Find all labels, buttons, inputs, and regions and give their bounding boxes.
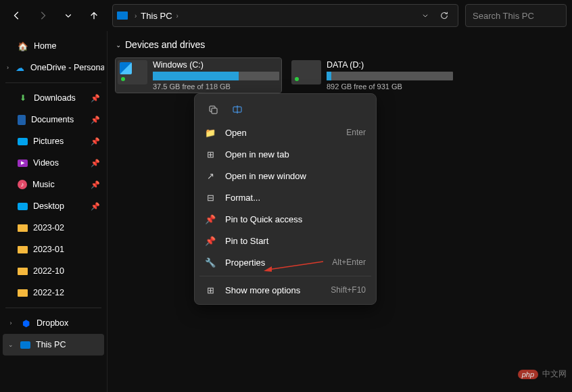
pin-start-icon: 📌: [205, 236, 216, 246]
sidebar: 🏠Home ›☁OneDrive - Personal Downloads📌 D…: [0, 31, 107, 392]
sidebar-item-desktop[interactable]: Desktop📌: [3, 195, 104, 217]
chevron-down-icon: ⌄: [116, 41, 121, 49]
sidebar-item-label: 2022-10: [33, 266, 64, 276]
sidebar-item-music[interactable]: Music📌: [3, 174, 104, 195]
context-menu-item[interactable]: ⊟ Format...: [198, 187, 373, 208]
folder-open-icon: 📁: [205, 128, 216, 138]
sidebar-item-folder[interactable]: 2023-02: [3, 217, 104, 239]
recent-dropdown[interactable]: [57, 4, 80, 27]
sidebar-item-pictures[interactable]: Pictures📌: [3, 130, 104, 152]
pin-icon: 📌: [91, 202, 100, 211]
drive-bar: [327, 72, 453, 80]
sidebar-item-label: Dropbox: [37, 318, 68, 328]
pictures-icon: [18, 138, 28, 145]
context-menu-label: Properties: [225, 258, 323, 268]
drive-free: 37.5 GB free of 118 GB: [153, 82, 279, 91]
drive-bar: [153, 72, 279, 80]
pin-icon: 📌: [91, 180, 100, 189]
group-header-devices[interactable]: ⌄Devices and drives: [110, 36, 572, 53]
sidebar-separator: [5, 308, 101, 308]
context-menu-toolbar: [198, 97, 373, 122]
chevron-right-icon[interactable]: ›: [7, 320, 15, 326]
sidebar-item-videos[interactable]: Videos📌: [3, 152, 104, 174]
context-menu-item[interactable]: 📁 Open Enter: [198, 122, 373, 143]
more-icon: ⊞: [205, 285, 216, 295]
address-bar[interactable]: › This PC ›: [112, 4, 458, 27]
addr-dropdown[interactable]: [416, 12, 435, 19]
context-menu-label: Format...: [225, 193, 366, 203]
sidebar-item-label: Downloads: [34, 93, 76, 103]
pc-icon: [20, 341, 30, 349]
drive-name: DATA (D:): [327, 60, 453, 70]
sidebar-item-label: Documents: [31, 115, 74, 124]
context-menu-item[interactable]: 📌 Pin to Start: [198, 230, 373, 251]
context-menu-item[interactable]: ⊞ Open in new tab: [198, 143, 373, 165]
sidebar-item-downloads[interactable]: Downloads📌: [3, 87, 104, 109]
sidebar-item-label: This PC: [36, 340, 66, 349]
sidebar-item-onedrive[interactable]: ›☁OneDrive - Personal: [3, 57, 104, 78]
chevron-right-icon[interactable]: ›: [7, 64, 9, 71]
drive-icon: [291, 60, 321, 84]
sidebar-item-label: Videos: [33, 158, 59, 168]
drive-name: Windows (C:): [153, 60, 279, 70]
forward-button[interactable]: [31, 4, 54, 27]
sidebar-item-folder[interactable]: 2022-10: [3, 260, 104, 282]
chevron-down-icon[interactable]: ⌄: [7, 341, 15, 348]
context-menu-item[interactable]: 📌 Pin to Quick access: [198, 208, 373, 230]
new-tab-icon: ⊞: [205, 149, 216, 160]
context-menu-label: Open: [225, 128, 337, 138]
pin-icon: 📌: [205, 214, 216, 224]
sidebar-item-label: Music: [32, 180, 55, 189]
sidebar-item-home[interactable]: 🏠Home: [3, 35, 104, 57]
sidebar-item-documents[interactable]: Documents📌: [3, 109, 104, 130]
sidebar-item-folder[interactable]: 2022-12: [3, 282, 104, 303]
new-window-icon: ↗: [205, 171, 216, 181]
context-menu-label: Pin to Quick access: [225, 214, 366, 224]
videos-icon: [18, 160, 28, 167]
sidebar-item-this-pc[interactable]: ⌄This PC: [3, 334, 104, 356]
home-icon: 🏠: [18, 41, 28, 51]
sidebar-item-label: 2023-01: [33, 245, 64, 254]
context-menu-separator: [199, 276, 371, 276]
folder-icon: [18, 246, 28, 253]
svg-rect-1: [212, 108, 217, 114]
context-menu: 📁 Open Enter⊞ Open in new tab ↗ Open in …: [194, 93, 377, 305]
context-menu-label: Open in new window: [225, 171, 366, 181]
drive-item[interactable]: Windows (C:) 37.5 GB free of 118 GB: [116, 58, 281, 93]
sidebar-item-dropbox[interactable]: ›⬢Dropbox: [3, 312, 104, 334]
context-menu-item[interactable]: 🔧 Properties Alt+Enter: [198, 251, 373, 273]
breadcrumb-this-pc[interactable]: This PC: [138, 11, 174, 21]
pin-icon: 📌: [91, 159, 100, 168]
drive-item[interactable]: DATA (D:) 892 GB free of 931 GB: [289, 58, 455, 93]
drive-info: Windows (C:) 37.5 GB free of 118 GB: [153, 60, 279, 91]
sidebar-item-label: 2023-02: [33, 223, 64, 232]
context-menu-accel: Alt+Enter: [332, 258, 366, 267]
sidebar-item-label: Desktop: [33, 201, 64, 211]
copy-button[interactable]: [205, 101, 221, 118]
up-button[interactable]: [82, 4, 105, 27]
dropbox-icon: ⬢: [20, 318, 31, 328]
chevron-right-icon[interactable]: ›: [175, 12, 180, 20]
watermark-text: 中文网: [542, 368, 567, 380]
chevron-right-icon[interactable]: ›: [133, 12, 138, 20]
music-icon: [18, 180, 27, 189]
back-button[interactable]: [5, 4, 28, 27]
context-menu-item[interactable]: ↗ Open in new window: [198, 165, 373, 187]
context-menu-label: Open in new tab: [225, 149, 366, 160]
context-menu-label: Pin to Start: [225, 236, 366, 246]
search-input[interactable]: Search This PC: [465, 4, 567, 27]
sidebar-item-folder[interactable]: 2023-01: [3, 239, 104, 260]
sidebar-separator: [5, 82, 101, 83]
refresh-button[interactable]: [435, 11, 454, 20]
sidebar-item-label: Home: [34, 41, 56, 51]
drive-info: DATA (D:) 892 GB free of 931 GB: [327, 60, 453, 91]
document-icon: [18, 115, 26, 125]
folder-icon: [18, 224, 28, 232]
context-menu-more-options[interactable]: ⊞ Show more options Shift+F10: [198, 279, 373, 301]
watermark-pill: php: [518, 370, 538, 379]
folder-icon: [18, 268, 28, 275]
rename-button[interactable]: [229, 101, 245, 118]
context-menu-accel: Enter: [346, 128, 366, 137]
format-icon: ⊟: [205, 193, 216, 203]
wrench-icon: 🔧: [205, 258, 216, 268]
